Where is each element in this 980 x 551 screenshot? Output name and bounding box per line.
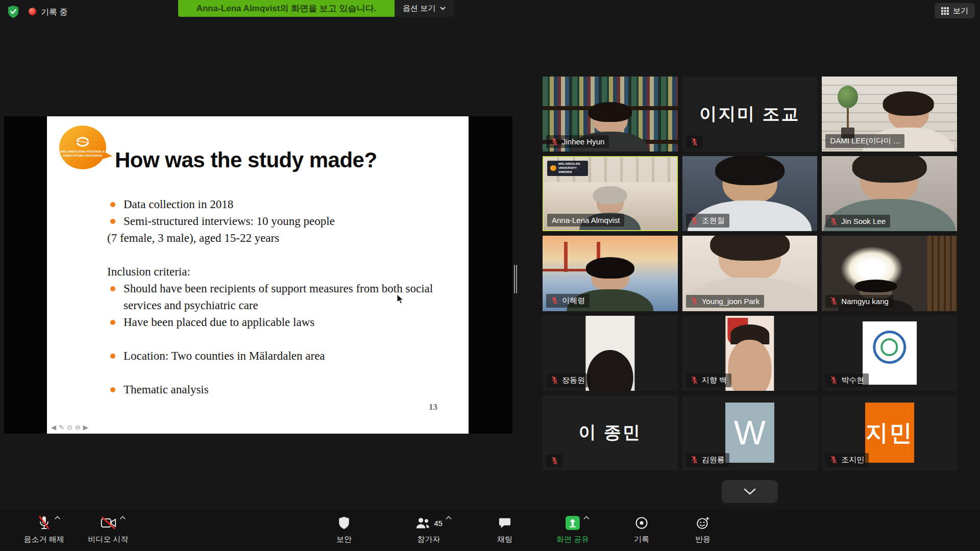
logo-text-line2: ESKILSTUNA VÄSTERÅS	[55, 154, 110, 157]
participant-tile-8[interactable]: Young_joon Park	[682, 236, 818, 311]
participant-tile-5[interactable]: 조현철	[682, 156, 818, 231]
logo-bubble	[550, 165, 556, 171]
muted-mic-icon	[830, 376, 838, 384]
participant-tile-1[interactable]: Jinhee Hyun	[543, 77, 678, 152]
participant-name: Namgyu kang	[841, 297, 889, 306]
next-arrow-icon[interactable]: ▶	[83, 424, 88, 431]
participant-name: 장동원	[562, 375, 585, 385]
slide-bullet-line: Thematic analysis	[107, 381, 438, 398]
vertical-video-panel	[863, 321, 917, 385]
participant-tile-14[interactable]: W김원룡	[682, 395, 818, 470]
participant-tile-12[interactable]: 박수현	[822, 316, 957, 391]
participant-tile-9[interactable]: Namgyu kang	[822, 236, 957, 311]
reactions-button[interactable]: 반응	[688, 515, 718, 544]
slide-line-text: Semi-structured interviews: 10 young peo…	[124, 215, 335, 228]
association-emblem	[873, 331, 906, 364]
muted-mic-icon	[691, 217, 698, 225]
muted-mic-icon	[691, 456, 698, 464]
record-button[interactable]: 기록	[626, 515, 657, 544]
participant-tile-7[interactable]: 이혜령	[543, 236, 678, 311]
chat-label: 채팅	[497, 535, 512, 544]
slide-bullet-line: Should have been recipients of support m…	[107, 280, 438, 314]
muted-mic-icon	[691, 297, 698, 305]
record-label: 기록	[634, 535, 649, 544]
chevron-up-icon[interactable]	[583, 516, 590, 520]
chat-bubble-icon	[498, 516, 512, 530]
participant-tile-15[interactable]: 지민조지민	[822, 395, 957, 470]
participants-button[interactable]: 45 참가자	[413, 515, 444, 544]
avatar: 지민	[865, 403, 914, 463]
participant-name: 지향 백	[702, 375, 727, 385]
slide-content: Data collection in 2018Semi-structured i…	[107, 196, 438, 398]
mic-muted-icon	[37, 515, 51, 531]
slide-text-line: (7 female, 3 male), aged 15-22 years	[107, 230, 438, 246]
participant-name: 이혜령	[562, 296, 585, 306]
participant-tile-4[interactable]: MÄLARDALEN UNIVERSITY SWEDENAnna-Lena Al…	[543, 156, 678, 231]
muted-mic-icon	[830, 217, 838, 226]
name-tag: 조지민	[825, 453, 869, 467]
gallery-view-button[interactable]: 보기	[935, 3, 975, 18]
eraser-icon[interactable]: ⊖	[75, 424, 81, 431]
slide-bullet-line: Semi-structured interviews: 10 young peo…	[107, 213, 438, 230]
name-tag	[686, 136, 703, 148]
participant-tile-10[interactable]: 장동원	[543, 316, 678, 391]
chevron-down-icon	[440, 7, 446, 10]
share-screen-button[interactable]: 화면 공유	[556, 515, 589, 544]
slide-text-line: Inclusion criteria:	[107, 263, 438, 280]
logo-glyph	[75, 137, 90, 147]
name-tag: 조현철	[686, 214, 729, 228]
collapse-gallery-button[interactable]	[722, 480, 778, 503]
prev-arrow-icon[interactable]: ◀	[51, 424, 56, 431]
chevron-up-icon[interactable]	[119, 516, 126, 520]
participant-tile-6[interactable]: Jin Sook Lee	[822, 156, 957, 231]
logo-bubble	[59, 126, 106, 169]
slide-spacer	[107, 331, 438, 347]
record-circle-icon	[634, 516, 649, 530]
security-button[interactable]: 보안	[329, 515, 359, 544]
avatar: W	[725, 403, 774, 463]
badge-text: MÄLARDALEN UNIVERSITY SWEDEN	[558, 162, 585, 174]
view-options-label: 옵션 보기	[403, 4, 435, 13]
presentation-slide: MÄLARDALENS HÖGSKOLA ESKILSTUNA VÄSTERÅS…	[47, 116, 469, 434]
slide-bullet-line: Have been placed due to applicable laws	[107, 314, 438, 331]
participant-name: 조지민	[841, 455, 864, 465]
participants-label: 참가자	[418, 535, 440, 544]
participant-name: 김원룡	[702, 455, 725, 465]
chevron-up-icon[interactable]	[446, 516, 452, 520]
muted-mic-icon	[551, 457, 558, 465]
view-options-button[interactable]: 옵션 보기	[395, 0, 454, 17]
participant-name: Young_joon Park	[702, 297, 760, 306]
participant-name: Jinhee Hyun	[562, 137, 604, 146]
highlighter-icon[interactable]: ⊙	[67, 424, 72, 431]
annotation-toolbar[interactable]: ◀ ✎ ⊙ ⊖ ▶	[51, 424, 88, 431]
gallery-view-label: 보기	[953, 6, 968, 16]
unmute-button[interactable]: 음소거 해제	[23, 515, 64, 544]
chevron-up-icon[interactable]	[54, 516, 60, 520]
pane-resize-handle[interactable]	[514, 265, 518, 293]
security-label: 보안	[336, 535, 352, 544]
muted-mic-icon	[691, 376, 698, 384]
participant-name: Anna-Lena Almqvist	[552, 216, 620, 224]
name-tag: DAMI LEE(이다미 ...	[825, 134, 904, 148]
participant-tile-2[interactable]: 이지미 조교	[682, 77, 818, 152]
slide-line-text: Have been placed due to applicable laws	[124, 316, 314, 329]
slide-line-text: Location: Two counties in Mälardalen are…	[124, 349, 325, 362]
camera-muted-icon	[100, 515, 116, 531]
slide-spacer	[107, 246, 438, 263]
participant-name: 조현철	[702, 216, 725, 226]
start-video-button[interactable]: 비디오 시작	[88, 515, 128, 544]
participant-tile-11[interactable]: 지향 백	[682, 316, 818, 391]
slide-title: How was the study made?	[115, 148, 377, 172]
people-icon	[415, 516, 430, 530]
participant-tile-13[interactable]: 이 종민	[543, 395, 678, 470]
pencil-icon[interactable]: ✎	[59, 424, 64, 431]
name-tag: Young_joon Park	[686, 295, 765, 308]
slide-spacer	[107, 364, 438, 381]
participant-tile-3[interactable]: DAMI LEE(이다미 ...	[822, 77, 957, 152]
smiley-plus-icon	[696, 516, 710, 530]
chat-button[interactable]: 채팅	[489, 515, 520, 544]
slide-line-text: Data collection in 2018	[124, 198, 233, 211]
name-tag: 박수현	[825, 373, 869, 387]
bullet-dot-icon	[110, 219, 115, 224]
participant-grid: Jinhee Hyun이지미 조교DAMI LEE(이다미 ...MÄLARDA…	[543, 77, 957, 470]
